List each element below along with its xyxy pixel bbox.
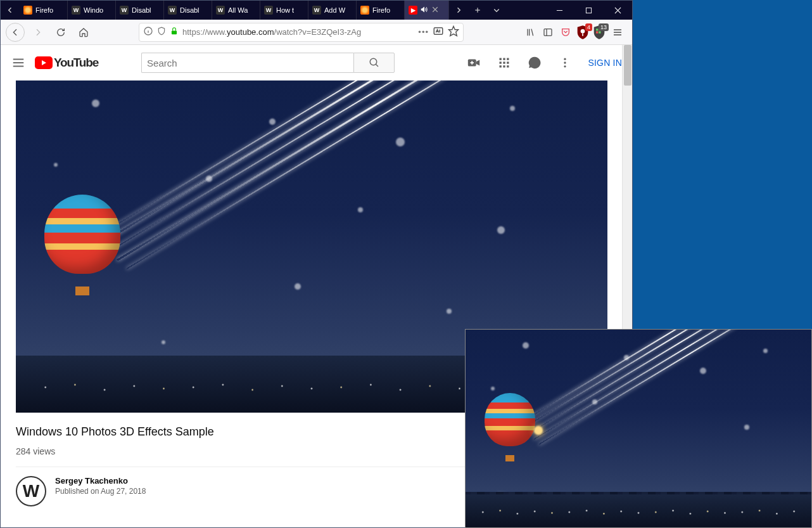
tab-firefox-1[interactable]: Firefo <box>20 1 68 20</box>
pip-window[interactable] <box>465 329 812 528</box>
umatrix-extension[interactable]: 13 <box>592 25 607 40</box>
reader-icon[interactable] <box>433 25 444 39</box>
umatrix-badge: 13 <box>599 23 609 31</box>
tab-disabl-1[interactable]: WDisabl <box>116 1 164 20</box>
tab-label: Disabl <box>132 6 151 14</box>
tab-howt[interactable]: WHow t <box>260 1 308 20</box>
tab-list-button[interactable] <box>487 1 506 20</box>
search-input[interactable] <box>141 53 353 73</box>
back-button[interactable] <box>6 23 25 42</box>
winaero-icon: W <box>168 6 177 15</box>
lock-icon[interactable] <box>170 27 179 37</box>
search-wrap <box>141 53 395 73</box>
info-icon[interactable] <box>143 26 153 38</box>
tab-label: Disabl <box>180 6 200 14</box>
reload-button[interactable] <box>51 23 70 42</box>
home-button[interactable] <box>74 23 93 42</box>
youtube-icon: ▶ <box>409 6 417 15</box>
winaero-icon: W <box>120 6 129 15</box>
pip-balloon <box>485 393 535 469</box>
youtube-header: YouTube SIGN IN <box>1 45 632 80</box>
svg-rect-44 <box>507 61 509 63</box>
svg-rect-23 <box>596 29 598 30</box>
youtube-logo[interactable]: YouTube <box>35 56 98 70</box>
ublock-extension[interactable]: 4 <box>575 25 590 40</box>
svg-rect-45 <box>500 65 502 67</box>
forward-button[interactable] <box>29 23 48 42</box>
sign-in-button[interactable]: SIGN IN <box>588 58 622 68</box>
svg-rect-40 <box>504 58 505 60</box>
maximize-button[interactable] <box>574 1 603 20</box>
svg-rect-22 <box>582 33 583 35</box>
publish-date: Published on Aug 27, 2018 <box>55 487 146 496</box>
hamburger-icon[interactable] <box>11 55 26 70</box>
youtube-play-icon <box>35 56 53 69</box>
address-bar: https://www.youtube.com/watch?v=E3ZQeI3-… <box>1 20 632 45</box>
svg-rect-47 <box>507 65 509 67</box>
svg-line-34 <box>376 64 378 67</box>
tab-allwa[interactable]: WAll Wa <box>212 1 260 20</box>
svg-point-50 <box>564 65 566 67</box>
svg-rect-42 <box>500 61 502 63</box>
window-controls <box>545 1 632 20</box>
apps-icon[interactable] <box>497 55 512 70</box>
winaero-icon: W <box>312 6 321 15</box>
page-actions-icon[interactable]: ••• <box>418 27 429 37</box>
url-box[interactable]: https://www.youtube.com/watch?v=E3ZQeI3-… <box>139 23 464 42</box>
shield-icon[interactable] <box>157 27 166 37</box>
settings-dots-icon[interactable] <box>557 55 573 70</box>
youtube-wordmark: YouTube <box>54 56 98 70</box>
bookmark-star-icon[interactable] <box>448 25 459 39</box>
app-menu-button[interactable] <box>608 23 627 42</box>
svg-point-33 <box>370 58 377 65</box>
minimize-button[interactable] <box>545 1 574 20</box>
channel-name[interactable]: Sergey Tkachenko <box>55 476 146 486</box>
tab-firefox-2[interactable]: Firefo <box>357 1 405 20</box>
tab-windo[interactable]: WWindo <box>68 1 116 20</box>
tab-bar: Firefo WWindo WDisabl WDisabl WAll Wa WH… <box>1 1 632 20</box>
svg-point-48 <box>564 58 566 60</box>
svg-rect-5 <box>586 8 591 13</box>
sidebar-icon[interactable] <box>540 23 556 42</box>
close-tab-icon[interactable] <box>431 6 440 15</box>
messages-icon[interactable] <box>527 55 542 70</box>
svg-rect-43 <box>504 61 505 63</box>
create-video-icon[interactable] <box>466 55 481 70</box>
tab-label: How t <box>276 6 294 14</box>
audio-icon[interactable] <box>421 6 428 15</box>
pip-frame <box>466 330 811 527</box>
toolbar-actions: 4 13 <box>522 23 627 42</box>
winaero-icon: W <box>216 6 225 15</box>
scroll-thumb[interactable] <box>624 45 631 86</box>
tab-label: Windo <box>84 6 103 14</box>
svg-rect-41 <box>507 58 509 60</box>
winaero-icon: W <box>72 6 80 15</box>
balloon-3d-effect <box>44 195 120 302</box>
svg-rect-25 <box>596 31 598 33</box>
svg-line-18 <box>531 29 533 35</box>
tab-disabl-2[interactable]: WDisabl <box>164 1 212 20</box>
youtube-right: SIGN IN <box>466 55 622 70</box>
svg-point-49 <box>564 61 566 63</box>
tab-label: Add W <box>324 6 345 14</box>
firefox-icon <box>360 6 369 15</box>
pocket-icon[interactable] <box>557 23 574 42</box>
svg-rect-26 <box>599 31 600 33</box>
svg-marker-36 <box>476 60 480 65</box>
tab-scroll-right[interactable] <box>449 1 468 20</box>
tab-youtube-active[interactable]: ▶ <box>405 1 449 20</box>
svg-marker-15 <box>449 27 459 36</box>
channel-avatar[interactable]: W <box>16 476 46 506</box>
tab-addw[interactable]: WAdd W <box>308 1 357 20</box>
tab-label: Firefo <box>372 6 390 14</box>
library-icon[interactable] <box>522 23 538 42</box>
svg-rect-46 <box>504 65 505 67</box>
search-button[interactable] <box>353 53 395 73</box>
view-count: 284 views <box>16 446 55 456</box>
close-window-button[interactable] <box>603 1 632 20</box>
tab-scroll-left[interactable] <box>1 1 20 20</box>
firefox-icon <box>23 6 32 15</box>
new-tab-button[interactable] <box>468 1 487 20</box>
svg-rect-11 <box>172 30 177 34</box>
winaero-icon: W <box>264 6 273 15</box>
